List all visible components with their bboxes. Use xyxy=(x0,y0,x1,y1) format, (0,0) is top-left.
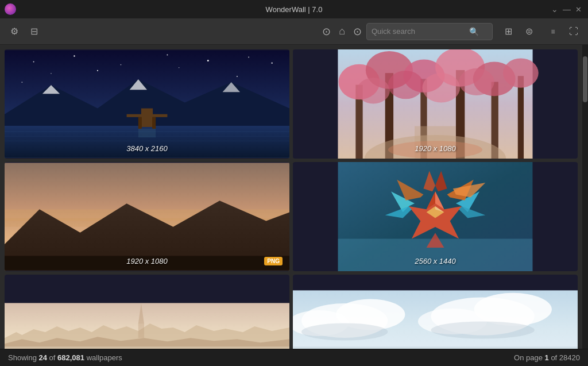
wallpaper-card[interactable]: 1920 x 1080 xyxy=(293,49,578,159)
main-area: 3840 x 2160 xyxy=(0,45,588,349)
page-label: On page xyxy=(514,353,543,362)
of-label: of xyxy=(49,353,56,362)
svg-point-84 xyxy=(431,321,534,338)
svg-point-83 xyxy=(301,323,388,340)
close-icon[interactable]: ✕ xyxy=(574,5,583,14)
wallpaper-card[interactable]: 1920 x 1080 PNG xyxy=(5,162,289,271)
filter-icon[interactable]: ⊜ xyxy=(521,24,536,39)
sort-filter-icon[interactable]: ≡ xyxy=(546,24,560,39)
resolution-label: 2560 x 1440 xyxy=(415,257,456,265)
resolution-label: 1920 x 1080 xyxy=(415,144,456,153)
title-bar-left xyxy=(5,3,16,15)
svg-rect-21 xyxy=(152,117,156,129)
nav-prev-icon[interactable]: ⊙ xyxy=(322,25,331,38)
svg-point-39 xyxy=(503,58,539,87)
wallpapers-label: wallpapers xyxy=(87,353,122,362)
svg-rect-33 xyxy=(518,76,524,159)
wallpaper-card[interactable]: 2560 x 1440 xyxy=(293,162,578,271)
status-bar: Showing 24 of 682,081 wallpapers On page… xyxy=(0,349,588,366)
right-toolbar-icons: ⊞ ⊜ ≡ ⛶ xyxy=(501,24,581,39)
scrollbar-thumb[interactable] xyxy=(583,56,587,102)
of-pages-label: of 28420 xyxy=(551,353,580,362)
svg-point-4 xyxy=(167,54,168,55)
svg-rect-85 xyxy=(293,346,578,349)
svg-point-42 xyxy=(422,73,460,102)
resolution-label: 1920 x 1080 xyxy=(126,257,168,265)
search-bar: 🔍 xyxy=(366,23,493,40)
wallpaper-card[interactable] xyxy=(5,275,289,349)
view-grid-icon[interactable]: ⊞ xyxy=(501,24,516,39)
svg-point-40 xyxy=(357,78,390,103)
title-bar: WonderWall | 7.0 ⌄ — ✕ xyxy=(0,0,588,18)
page-number: 1 xyxy=(545,353,549,362)
minimize-icon[interactable]: — xyxy=(561,5,572,14)
svg-point-11 xyxy=(21,82,22,83)
svg-point-7 xyxy=(51,73,52,74)
total-count: 682,081 xyxy=(57,353,84,362)
wallpaper-card[interactable] xyxy=(293,275,578,349)
resolution-label: 3840 x 2160 xyxy=(126,144,168,153)
wallpaper-card[interactable]: 3840 x 2160 xyxy=(5,49,289,159)
svg-point-6 xyxy=(248,57,249,58)
svg-point-1 xyxy=(33,61,34,63)
folder-icon[interactable]: ⊟ xyxy=(26,24,41,39)
png-badge: PNG xyxy=(264,257,283,265)
nav-next-icon[interactable]: ⊙ xyxy=(353,25,362,38)
toolbar: ⚙ ⊟ ⊙ ⌂ ⊙ 🔍 ⊞ ⊜ ≡ ⛶ xyxy=(0,18,588,45)
svg-rect-20 xyxy=(138,117,142,129)
showing-label: Showing xyxy=(8,353,37,362)
fullscreen-icon[interactable]: ⛶ xyxy=(566,24,581,39)
svg-point-10 xyxy=(271,62,272,63)
title-bar-controls: ⌄ — ✕ xyxy=(550,5,583,14)
nav-group: ⊙ ⌂ ⊙ xyxy=(322,25,362,38)
svg-point-43 xyxy=(459,68,494,95)
gallery: 3840 x 2160 xyxy=(0,45,582,349)
search-input[interactable] xyxy=(372,27,469,36)
svg-point-9 xyxy=(179,67,179,68)
svg-rect-75 xyxy=(5,346,289,349)
svg-rect-74 xyxy=(138,323,144,338)
svg-point-41 xyxy=(388,71,424,99)
app-title: WonderWall | 7.0 xyxy=(266,5,323,14)
app-logo xyxy=(5,3,16,15)
nav-home-icon[interactable]: ⌂ xyxy=(339,25,345,37)
status-left: Showing 24 of 682,081 wallpapers xyxy=(8,353,122,362)
chevron-down-icon[interactable]: ⌄ xyxy=(550,5,560,14)
scrollbar-track[interactable] xyxy=(582,45,588,349)
svg-rect-19 xyxy=(141,109,153,127)
svg-point-12 xyxy=(237,76,238,77)
showing-count: 24 xyxy=(39,353,47,362)
svg-point-5 xyxy=(207,60,209,61)
svg-point-2 xyxy=(74,55,75,56)
status-right: On page 1 of 28420 xyxy=(514,353,580,362)
svg-point-3 xyxy=(121,64,122,66)
svg-point-8 xyxy=(97,70,98,71)
settings-icon[interactable]: ⚙ xyxy=(7,24,22,39)
search-icon[interactable]: 🔍 xyxy=(469,27,479,36)
